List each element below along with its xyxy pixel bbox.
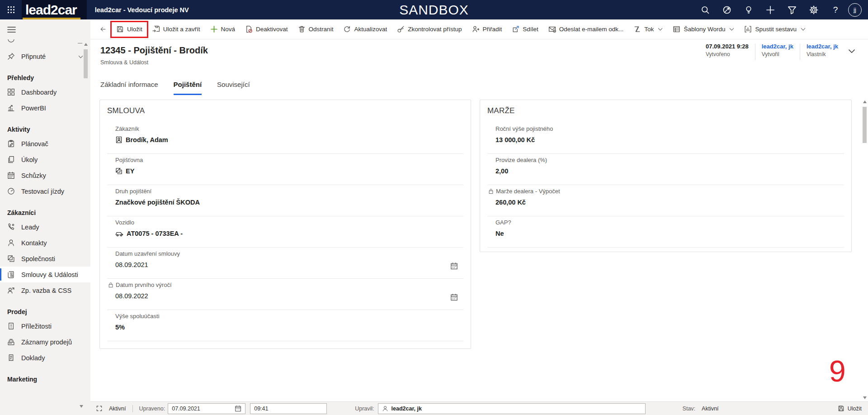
field-datum-uzavreni[interactable]: Datum uzavření smlouvy 08.09.2021 bbox=[107, 248, 463, 279]
waffle-menu-icon[interactable] bbox=[0, 0, 22, 19]
scroll-down-arrow[interactable] bbox=[80, 405, 83, 408]
footer-save-button[interactable]: Uložit bbox=[838, 405, 862, 412]
save-icon bbox=[838, 405, 844, 412]
modified-by-input[interactable]: lead2car, jk bbox=[378, 403, 646, 414]
run-report-button[interactable]: Spustit sestavu bbox=[739, 19, 811, 39]
sidebar-item-recent-clipped[interactable]: — bbox=[0, 39, 90, 48]
sidebar-item-dashboardy[interactable]: Dashboardy bbox=[0, 84, 90, 100]
scrollbar-thumb[interactable] bbox=[863, 107, 867, 143]
field-marze-dealera-vypocet[interactable]: Marže dealera - Výpočet 260,00 Kč bbox=[487, 185, 844, 216]
save-button[interactable]: Uložit bbox=[111, 19, 147, 39]
app-title[interactable]: lead2car - Vedoucí prodeje NV bbox=[95, 6, 189, 14]
deactivate-button[interactable]: Deaktivovat bbox=[240, 19, 293, 39]
delete-button[interactable]: Odstranit bbox=[293, 19, 339, 39]
compass-icon[interactable] bbox=[718, 0, 736, 19]
sidebar-item-pinned[interactable]: Připnuté bbox=[0, 48, 90, 64]
filter-icon[interactable] bbox=[783, 0, 801, 19]
contact-badge-icon bbox=[115, 136, 123, 143]
modified-time-input[interactable]: 09:41 bbox=[250, 403, 327, 414]
created-by-link[interactable]: lead2car, jk bbox=[762, 43, 793, 50]
hamburger-menu-icon[interactable] bbox=[0, 19, 90, 39]
scroll-down-arrow[interactable] bbox=[863, 396, 867, 399]
state-label: Stav: bbox=[683, 405, 696, 412]
phone-icon bbox=[7, 223, 15, 231]
sidebar-item-prilezitosti[interactable]: Příležitosti bbox=[0, 318, 90, 334]
word-templates-button[interactable]: Šablony Wordu bbox=[668, 19, 739, 39]
refresh-button[interactable]: Aktualizovat bbox=[338, 19, 392, 39]
flow-button[interactable]: Tok bbox=[628, 19, 668, 39]
calendar-icon bbox=[7, 172, 15, 179]
sidebar-group-prehledy: Přehledy bbox=[0, 71, 90, 84]
record-entity: Smlouva & Událost bbox=[100, 59, 148, 66]
sidebar-item-testovaci-jizdy[interactable]: Testovací jízdy bbox=[0, 183, 90, 199]
scroll-up-arrow[interactable] bbox=[84, 43, 88, 46]
calendar-picker-icon[interactable] bbox=[450, 262, 458, 272]
record-status: Aktivní bbox=[109, 405, 126, 412]
field-gap[interactable]: GAP? Ne bbox=[487, 216, 844, 248]
page-scrollbar[interactable] bbox=[862, 100, 868, 399]
sidebar-item-schuzky[interactable]: Schůzky bbox=[0, 167, 90, 183]
pin-icon bbox=[7, 52, 15, 60]
email-link-button[interactable]: Odeslat e-mailem odk... bbox=[543, 19, 629, 39]
field-pojistovna[interactable]: Pojišťovna EY bbox=[107, 154, 463, 185]
new-button[interactable]: Nová bbox=[205, 19, 241, 39]
created-by-label: Vytvořil bbox=[762, 51, 793, 57]
sidebar-item-planovac[interactable]: Plánovač bbox=[0, 136, 90, 152]
modified-label: Upraveno: bbox=[139, 405, 165, 412]
divider bbox=[132, 405, 133, 412]
owner-link[interactable]: lead2car, jk bbox=[807, 43, 838, 50]
sidebar-item-leady[interactable]: Leady bbox=[0, 219, 90, 235]
dashboard-icon bbox=[7, 88, 15, 96]
created-on-value: 07.09.2021 9:28 bbox=[706, 43, 749, 50]
sidebar-item-powerbi[interactable]: PowerBI bbox=[0, 100, 90, 116]
section-smlouva: SMLOUVA Zákazník Brodík, Adam Pojišťovna… bbox=[99, 100, 471, 349]
plus-icon[interactable] bbox=[761, 0, 779, 19]
chevron-down-icon[interactable] bbox=[78, 52, 83, 61]
brand-logo[interactable]: lead2car bbox=[22, 0, 87, 19]
calendar-picker-icon[interactable] bbox=[450, 293, 458, 303]
tab-pojisteni[interactable]: Pojištění bbox=[174, 81, 202, 95]
app-window: SANDBOX lead2car lead2car - Vedoucí prod… bbox=[0, 0, 868, 415]
scroll-up-arrow[interactable] bbox=[863, 100, 867, 103]
field-druh-pojisteni[interactable]: Druh pojištění Značkové pojištění ŠKODA bbox=[107, 185, 463, 216]
clipboard-pencil-icon bbox=[7, 140, 15, 148]
tab-zakladni-informace[interactable]: Základní informace bbox=[100, 81, 158, 95]
lightbulb-icon[interactable] bbox=[740, 0, 758, 19]
field-zakaznik[interactable]: Zákazník Brodík, Adam bbox=[107, 123, 463, 154]
sidebar-item-kontakty[interactable]: Kontakty bbox=[0, 235, 90, 251]
field-vyse-spoluucasti[interactable]: Výše spoluúčasti 5% bbox=[107, 310, 463, 341]
tab-souvisejici[interactable]: Související bbox=[217, 81, 250, 95]
user-avatar[interactable]: jj bbox=[848, 3, 862, 17]
search-icon[interactable] bbox=[696, 0, 714, 19]
expand-icon[interactable] bbox=[96, 405, 103, 412]
field-rocni-vyse-pojistneho[interactable]: Roční výše pojistného 13 000,00 Kč bbox=[487, 123, 844, 154]
sidebar-item-zp-vazba-css[interactable]: Zp. vazba & CSS bbox=[0, 282, 90, 298]
created-on-label: Vytvořeno bbox=[706, 51, 749, 57]
help-icon[interactable]: ? bbox=[826, 0, 844, 19]
sidebar-item-smlouvy-udalosti[interactable]: Smlouvy & Události bbox=[0, 267, 90, 282]
chevron-icon: — bbox=[78, 40, 82, 45]
section-title: MARŽE bbox=[487, 106, 844, 123]
sidebar-item-spolecnosti[interactable]: Společnosti bbox=[0, 251, 90, 267]
header-expand-chevron-icon[interactable] bbox=[848, 48, 855, 56]
document-exclamation-icon bbox=[7, 322, 15, 330]
modified-by-label: Upravil: bbox=[355, 405, 374, 412]
scrollbar-thumb[interactable] bbox=[84, 49, 88, 78]
feedback-person-icon bbox=[7, 286, 15, 294]
field-provize-dealera[interactable]: Provize dealera (%) 2,00 bbox=[487, 154, 844, 185]
settings-gear-icon[interactable] bbox=[805, 0, 823, 19]
command-bar: Uložit Uložit a zavřít Nová Deaktivovat … bbox=[90, 19, 868, 39]
section-title: SMLOUVA bbox=[107, 106, 463, 123]
sidebar-item-doklady[interactable]: Doklady bbox=[0, 350, 90, 366]
field-datum-prvniho-vyroci[interactable]: Datum prvního výročí 08.09.2022 bbox=[107, 279, 463, 310]
modified-date-input[interactable]: 07.09.2021 bbox=[168, 403, 245, 414]
check-access-button[interactable]: Zkontrolovat přístup bbox=[392, 19, 467, 39]
sidebar-item-zaznamy-prodeju[interactable]: Záznamy prodejů bbox=[0, 334, 90, 350]
share-button[interactable]: Sdílet bbox=[507, 19, 543, 39]
company-icon bbox=[7, 255, 15, 262]
sidebar-item-ukoly[interactable]: Úkoly bbox=[0, 152, 90, 167]
save-and-close-button[interactable]: Uložit a zavřít bbox=[147, 19, 205, 39]
field-vozidlo[interactable]: Vozidlo AT0075 - 0733EA - bbox=[107, 216, 463, 248]
assign-button[interactable]: Přiřadit bbox=[467, 19, 507, 39]
back-button[interactable] bbox=[95, 19, 111, 39]
